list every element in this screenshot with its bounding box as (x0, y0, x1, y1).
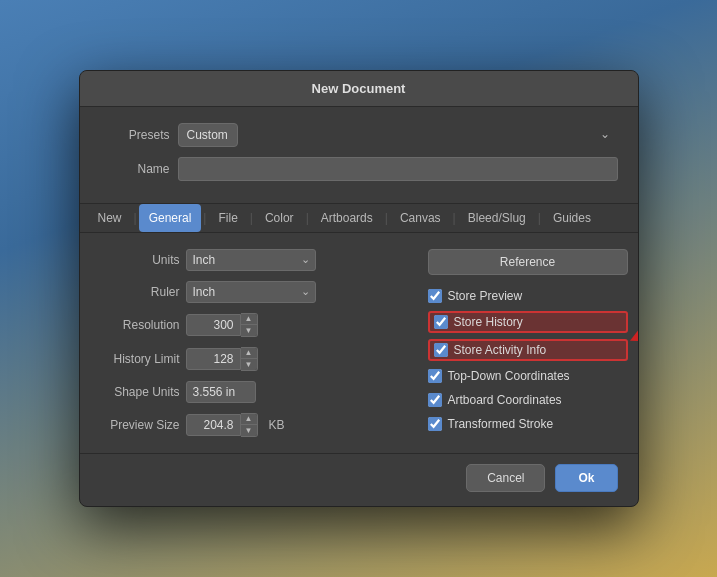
cancel-button[interactable]: Cancel (466, 464, 545, 492)
right-panel: Reference Store Preview Store History (428, 249, 628, 437)
history-limit-row: History Limit ▲ ▼ (90, 347, 408, 371)
svg-line-1 (638, 319, 639, 337)
tab-artboards[interactable]: Artboards (311, 204, 383, 232)
ruler-row: Ruler Inch Pixel mm (90, 281, 408, 303)
units-select-wrapper: Inch Pixel mm cm (186, 249, 316, 271)
ruler-select[interactable]: Inch Pixel mm (186, 281, 316, 303)
preview-size-label: Preview Size (90, 418, 180, 432)
red-arrow-icon (630, 313, 639, 361)
checkbox-transformed-stroke: Transformed Stroke (428, 415, 628, 433)
resolution-input[interactable] (186, 314, 241, 336)
preview-size-up[interactable]: ▲ (241, 414, 257, 425)
name-input[interactable] (178, 157, 618, 181)
preview-size-input[interactable] (186, 414, 241, 436)
store-activity-label: Store Activity Info (454, 343, 547, 357)
history-limit-up[interactable]: ▲ (241, 348, 257, 359)
units-label: Units (90, 253, 180, 267)
presets-row: Presets Custom Default Letter A4 (100, 123, 618, 147)
history-limit-spinner: ▲ ▼ (241, 347, 258, 371)
transformed-stroke-label: Transformed Stroke (448, 417, 554, 431)
tab-bleed-slug[interactable]: Bleed/Slug (458, 204, 536, 232)
checkbox-store-activity: Store Activity Info (428, 339, 628, 361)
presets-label: Presets (100, 128, 170, 142)
main-content: Units Inch Pixel mm cm Ruler Inch Pixe (80, 233, 638, 453)
reference-button[interactable]: Reference (428, 249, 628, 275)
presets-select-wrapper: Custom Default Letter A4 (178, 123, 618, 147)
shape-units-label: Shape Units (90, 385, 180, 399)
transformed-stroke-checkbox[interactable] (428, 417, 442, 431)
tabs-bar: New | General | File | Color | Artboards… (80, 203, 638, 233)
checkbox-store-preview: Store Preview (428, 287, 628, 305)
presets-select[interactable]: Custom Default Letter A4 (178, 123, 238, 147)
tab-guides[interactable]: Guides (543, 204, 601, 232)
artboard-coords-label: Artboard Coordinates (448, 393, 562, 407)
ok-button[interactable]: Ok (555, 464, 617, 492)
store-history-checkbox[interactable] (434, 315, 448, 329)
resolution-label: Resolution (90, 318, 180, 332)
checkbox-artboard-coords: Artboard Coordinates (428, 391, 628, 409)
history-limit-input-wrapper: ▲ ▼ (186, 347, 258, 371)
history-limit-down[interactable]: ▼ (241, 359, 257, 370)
preview-size-row: Preview Size ▲ ▼ KB (90, 413, 408, 437)
shape-units-value: 3.556 in (186, 381, 256, 403)
tab-new[interactable]: New (88, 204, 132, 232)
artboard-coords-checkbox[interactable] (428, 393, 442, 407)
preview-size-spinner: ▲ ▼ (241, 413, 258, 437)
checkbox-top-down: Top-Down Coordinates (428, 367, 628, 385)
history-limit-label: History Limit (90, 352, 180, 366)
dialog-title: New Document (80, 71, 638, 107)
left-panel: Units Inch Pixel mm cm Ruler Inch Pixe (90, 249, 408, 437)
resolution-up[interactable]: ▲ (241, 314, 257, 325)
tab-canvas[interactable]: Canvas (390, 204, 451, 232)
dialog-footer: Cancel Ok (80, 453, 638, 506)
ruler-select-wrapper: Inch Pixel mm (186, 281, 316, 303)
preview-size-down[interactable]: ▼ (241, 425, 257, 436)
top-down-checkbox[interactable] (428, 369, 442, 383)
dialog-body: Presets Custom Default Letter A4 Name (80, 107, 638, 203)
history-limit-input[interactable] (186, 348, 241, 370)
units-select[interactable]: Inch Pixel mm cm (186, 249, 316, 271)
resolution-row: Resolution ▲ ▼ (90, 313, 408, 337)
tab-file[interactable]: File (208, 204, 247, 232)
checkbox-store-history: Store History (428, 311, 628, 333)
shape-units-row: Shape Units 3.556 in (90, 381, 408, 403)
preview-size-unit: KB (269, 418, 285, 432)
units-row: Units Inch Pixel mm cm (90, 249, 408, 271)
store-preview-checkbox[interactable] (428, 289, 442, 303)
ruler-label: Ruler (90, 285, 180, 299)
store-preview-label: Store Preview (448, 289, 523, 303)
tab-color[interactable]: Color (255, 204, 304, 232)
new-document-dialog: New Document Presets Custom Default Lett… (79, 70, 639, 507)
name-row: Name (100, 157, 618, 181)
name-label: Name (100, 162, 170, 176)
resolution-spinner: ▲ ▼ (241, 313, 258, 337)
resolution-down[interactable]: ▼ (241, 325, 257, 336)
store-activity-checkbox[interactable] (434, 343, 448, 357)
store-history-label: Store History (454, 315, 523, 329)
tab-general[interactable]: General (139, 204, 202, 232)
resolution-input-wrapper: ▲ ▼ (186, 313, 258, 337)
top-down-label: Top-Down Coordinates (448, 369, 570, 383)
preview-size-input-wrapper: ▲ ▼ (186, 413, 258, 437)
